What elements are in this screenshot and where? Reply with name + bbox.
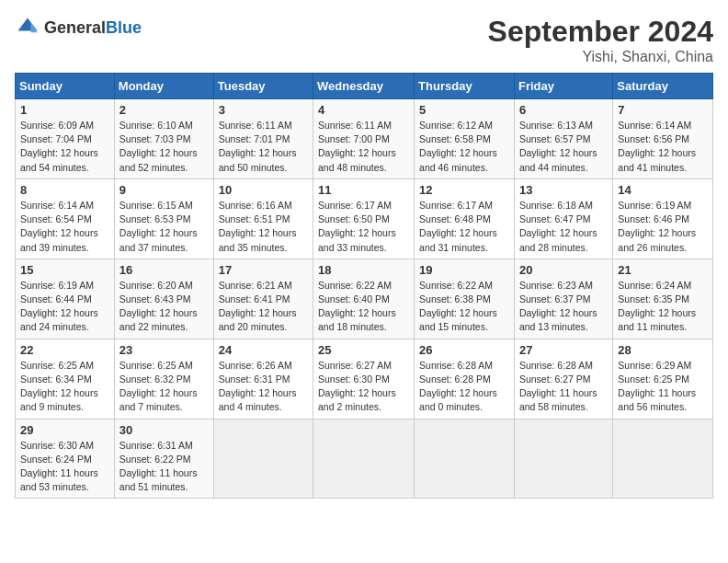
day-info: Sunrise: 6:27 AMSunset: 6:30 PMDaylight:… bbox=[318, 359, 409, 415]
day-number: 12 bbox=[419, 183, 509, 197]
location-title: Yishi, Shanxi, China bbox=[488, 49, 713, 65]
day-number: 15 bbox=[20, 263, 109, 277]
day-info: Sunrise: 6:26 AMSunset: 6:31 PMDaylight:… bbox=[219, 359, 308, 415]
day-number: 29 bbox=[20, 423, 109, 437]
day-number: 18 bbox=[318, 263, 409, 277]
day-number: 28 bbox=[618, 343, 708, 357]
calendar-day-cell bbox=[613, 419, 713, 499]
logo-icon bbox=[15, 15, 40, 40]
day-number: 27 bbox=[519, 343, 608, 357]
calendar-day-cell bbox=[313, 419, 415, 499]
day-number: 24 bbox=[219, 343, 308, 357]
day-number: 1 bbox=[20, 103, 109, 117]
day-info: Sunrise: 6:20 AMSunset: 6:43 PMDaylight:… bbox=[119, 279, 209, 335]
day-number: 25 bbox=[318, 343, 409, 357]
day-info: Sunrise: 6:19 AMSunset: 6:44 PMDaylight:… bbox=[20, 279, 109, 335]
day-number: 14 bbox=[618, 183, 708, 197]
calendar-week-row: 22Sunrise: 6:25 AMSunset: 6:34 PMDayligh… bbox=[16, 339, 713, 419]
day-number: 20 bbox=[519, 263, 608, 277]
day-number: 30 bbox=[119, 423, 209, 437]
calendar-week-row: 29Sunrise: 6:30 AMSunset: 6:24 PMDayligh… bbox=[16, 419, 713, 499]
day-number: 21 bbox=[618, 263, 708, 277]
calendar-day-cell: 17Sunrise: 6:21 AMSunset: 6:41 PMDayligh… bbox=[213, 259, 313, 339]
calendar-day-cell: 29Sunrise: 6:30 AMSunset: 6:24 PMDayligh… bbox=[16, 419, 115, 499]
calendar-day-cell: 20Sunrise: 6:23 AMSunset: 6:37 PMDayligh… bbox=[514, 259, 612, 339]
calendar-day-cell: 8Sunrise: 6:14 AMSunset: 6:54 PMDaylight… bbox=[16, 178, 115, 259]
day-number: 2 bbox=[119, 103, 209, 117]
calendar-day-cell: 6Sunrise: 6:13 AMSunset: 6:57 PMDaylight… bbox=[514, 99, 612, 179]
calendar-day-cell: 26Sunrise: 6:28 AMSunset: 6:28 PMDayligh… bbox=[415, 339, 515, 419]
month-title: September 2024 bbox=[488, 15, 713, 49]
svg-marker-1 bbox=[31, 23, 38, 33]
calendar-day-cell: 11Sunrise: 6:17 AMSunset: 6:50 PMDayligh… bbox=[313, 178, 415, 259]
calendar-day-cell: 18Sunrise: 6:22 AMSunset: 6:40 PMDayligh… bbox=[313, 259, 415, 339]
day-info: Sunrise: 6:11 AMSunset: 7:00 PMDaylight:… bbox=[318, 119, 409, 175]
day-number: 6 bbox=[519, 103, 608, 117]
calendar-day-cell bbox=[213, 419, 313, 499]
calendar-week-row: 15Sunrise: 6:19 AMSunset: 6:44 PMDayligh… bbox=[16, 259, 713, 339]
calendar-day-cell: 23Sunrise: 6:25 AMSunset: 6:32 PMDayligh… bbox=[114, 339, 213, 419]
day-number: 4 bbox=[318, 103, 409, 117]
day-number: 8 bbox=[20, 183, 109, 197]
day-number: 16 bbox=[119, 263, 209, 277]
calendar-table: SundayMondayTuesdayWednesdayThursdayFrid… bbox=[15, 73, 713, 499]
logo-general-text: General bbox=[44, 18, 106, 37]
day-info: Sunrise: 6:24 AMSunset: 6:35 PMDaylight:… bbox=[618, 279, 708, 335]
weekday-header: Monday bbox=[114, 74, 213, 99]
day-number: 3 bbox=[219, 103, 308, 117]
calendar-week-row: 1Sunrise: 6:09 AMSunset: 7:04 PMDaylight… bbox=[16, 99, 713, 179]
calendar-day-cell: 15Sunrise: 6:19 AMSunset: 6:44 PMDayligh… bbox=[16, 259, 115, 339]
calendar-day-cell: 21Sunrise: 6:24 AMSunset: 6:35 PMDayligh… bbox=[613, 259, 713, 339]
day-number: 23 bbox=[119, 343, 209, 357]
calendar-day-cell: 27Sunrise: 6:28 AMSunset: 6:27 PMDayligh… bbox=[514, 339, 612, 419]
calendar-day-cell: 9Sunrise: 6:15 AMSunset: 6:53 PMDaylight… bbox=[114, 178, 213, 259]
day-info: Sunrise: 6:28 AMSunset: 6:28 PMDaylight:… bbox=[419, 359, 509, 415]
day-number: 19 bbox=[419, 263, 509, 277]
day-info: Sunrise: 6:22 AMSunset: 6:38 PMDaylight:… bbox=[419, 279, 509, 335]
day-number: 22 bbox=[20, 343, 109, 357]
calendar-day-cell bbox=[514, 419, 612, 499]
logo-blue-text: Blue bbox=[106, 18, 142, 37]
weekday-header: Sunday bbox=[16, 74, 115, 99]
day-info: Sunrise: 6:17 AMSunset: 6:48 PMDaylight:… bbox=[419, 199, 509, 255]
calendar-header-row: SundayMondayTuesdayWednesdayThursdayFrid… bbox=[16, 74, 713, 99]
calendar-day-cell: 3Sunrise: 6:11 AMSunset: 7:01 PMDaylight… bbox=[213, 99, 313, 179]
day-number: 9 bbox=[119, 183, 209, 197]
weekday-header: Thursday bbox=[415, 74, 515, 99]
weekday-header: Friday bbox=[514, 74, 612, 99]
day-info: Sunrise: 6:31 AMSunset: 6:22 PMDaylight:… bbox=[119, 439, 209, 495]
day-number: 7 bbox=[618, 103, 708, 117]
day-number: 13 bbox=[519, 183, 608, 197]
logo: GeneralBlue bbox=[15, 15, 142, 40]
calendar-day-cell bbox=[415, 419, 515, 499]
day-info: Sunrise: 6:10 AMSunset: 7:03 PMDaylight:… bbox=[119, 119, 209, 175]
day-number: 5 bbox=[419, 103, 509, 117]
calendar-day-cell: 4Sunrise: 6:11 AMSunset: 7:00 PMDaylight… bbox=[313, 99, 415, 179]
weekday-header: Saturday bbox=[613, 74, 713, 99]
day-info: Sunrise: 6:14 AMSunset: 6:54 PMDaylight:… bbox=[20, 199, 109, 255]
calendar-day-cell: 30Sunrise: 6:31 AMSunset: 6:22 PMDayligh… bbox=[114, 419, 213, 499]
calendar-day-cell: 22Sunrise: 6:25 AMSunset: 6:34 PMDayligh… bbox=[16, 339, 115, 419]
title-block: September 2024 Yishi, Shanxi, China bbox=[488, 15, 713, 65]
calendar-day-cell: 25Sunrise: 6:27 AMSunset: 6:30 PMDayligh… bbox=[313, 339, 415, 419]
calendar-day-cell: 13Sunrise: 6:18 AMSunset: 6:47 PMDayligh… bbox=[514, 178, 612, 259]
day-info: Sunrise: 6:17 AMSunset: 6:50 PMDaylight:… bbox=[318, 199, 409, 255]
calendar-day-cell: 14Sunrise: 6:19 AMSunset: 6:46 PMDayligh… bbox=[613, 178, 713, 259]
day-info: Sunrise: 6:14 AMSunset: 6:56 PMDaylight:… bbox=[618, 119, 708, 175]
calendar-day-cell: 12Sunrise: 6:17 AMSunset: 6:48 PMDayligh… bbox=[415, 178, 515, 259]
calendar-day-cell: 2Sunrise: 6:10 AMSunset: 7:03 PMDaylight… bbox=[114, 99, 213, 179]
day-info: Sunrise: 6:25 AMSunset: 6:32 PMDaylight:… bbox=[119, 359, 209, 415]
day-info: Sunrise: 6:19 AMSunset: 6:46 PMDaylight:… bbox=[618, 199, 708, 255]
day-info: Sunrise: 6:30 AMSunset: 6:24 PMDaylight:… bbox=[20, 439, 109, 495]
day-number: 11 bbox=[318, 183, 409, 197]
calendar-day-cell: 1Sunrise: 6:09 AMSunset: 7:04 PMDaylight… bbox=[16, 99, 115, 179]
day-info: Sunrise: 6:25 AMSunset: 6:34 PMDaylight:… bbox=[20, 359, 109, 415]
calendar-day-cell: 24Sunrise: 6:26 AMSunset: 6:31 PMDayligh… bbox=[213, 339, 313, 419]
day-info: Sunrise: 6:28 AMSunset: 6:27 PMDaylight:… bbox=[519, 359, 608, 415]
day-info: Sunrise: 6:18 AMSunset: 6:47 PMDaylight:… bbox=[519, 199, 608, 255]
calendar-day-cell: 7Sunrise: 6:14 AMSunset: 6:56 PMDaylight… bbox=[613, 99, 713, 179]
day-info: Sunrise: 6:21 AMSunset: 6:41 PMDaylight:… bbox=[219, 279, 308, 335]
day-info: Sunrise: 6:09 AMSunset: 7:04 PMDaylight:… bbox=[20, 119, 109, 175]
day-info: Sunrise: 6:22 AMSunset: 6:40 PMDaylight:… bbox=[318, 279, 409, 335]
weekday-header: Wednesday bbox=[313, 74, 415, 99]
